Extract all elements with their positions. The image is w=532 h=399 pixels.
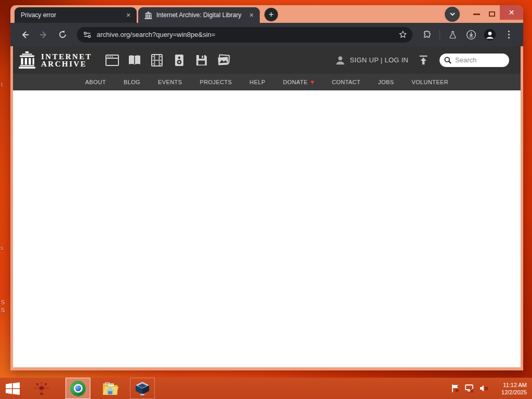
reload-button[interactable] xyxy=(55,28,70,42)
nav-label: BLOG xyxy=(124,79,140,85)
texts-icon[interactable] xyxy=(128,54,141,67)
desktop-icon-label-fragment: I xyxy=(1,82,3,88)
web-icon[interactable] xyxy=(105,54,119,67)
nav-label: HELP xyxy=(249,79,265,85)
nav-label: VOLUNTEER xyxy=(411,79,448,85)
nav-item-jobs[interactable]: JOBS xyxy=(378,79,394,85)
browser-toolbar: archive.org/search?query=win8pe&sin= xyxy=(10,23,523,46)
maximize-button[interactable] xyxy=(484,11,500,17)
internet-archive-logo[interactable] xyxy=(18,51,36,70)
virtualbox-icon xyxy=(135,381,150,396)
desktop-icon-label-fragment: s xyxy=(1,245,4,251)
tab-title: Privacy error xyxy=(21,11,120,19)
minimize-button[interactable] xyxy=(469,14,484,15)
tab-privacy-error[interactable]: Privacy error ✕ xyxy=(15,7,137,23)
internet-archive-favicon xyxy=(144,11,152,19)
ia-wordmark[interactable]: INTERNET ARCHIVE xyxy=(41,53,92,68)
search-icon xyxy=(444,56,452,64)
profile-icon[interactable] xyxy=(483,28,497,42)
tab-internet-archive[interactable]: Internet Archive: Digital Library ✕ xyxy=(138,7,260,23)
nav-label: EVENTS xyxy=(158,79,182,85)
nav-item-contact[interactable]: CONTACT xyxy=(332,79,361,85)
labs-flask-icon[interactable] xyxy=(445,28,460,42)
nav-item-volunteer[interactable]: VOLUNTEER xyxy=(411,79,448,85)
tab-search-button[interactable] xyxy=(445,7,460,22)
taskbar-app-file-explorer[interactable] xyxy=(98,378,123,399)
download-icon[interactable] xyxy=(464,28,478,42)
nav-label: ABOUT xyxy=(85,79,106,85)
desktop-icon-label-fragment: S xyxy=(1,299,5,305)
nav-label: PROJECTS xyxy=(200,79,232,85)
window-controls: ✕ xyxy=(445,5,523,23)
audio-icon[interactable] xyxy=(172,54,186,67)
ia-wordmark-line2: ARCHIVE xyxy=(41,60,92,68)
omnibox[interactable]: archive.org/search?query=win8pe&sin= xyxy=(77,27,413,43)
software-icon[interactable] xyxy=(195,54,208,67)
desktop-icon-label-fragment: S xyxy=(1,307,5,313)
extensions-icon[interactable] xyxy=(420,28,434,42)
nav-label: JOBS xyxy=(378,79,394,85)
clock-date: 12/2/2025 xyxy=(497,389,527,396)
heart-icon: ♥ xyxy=(310,78,314,86)
nav-item-projects[interactable]: PROJECTS xyxy=(200,79,232,85)
clock-time: 11:12 AM xyxy=(497,381,527,389)
start-button[interactable] xyxy=(0,378,25,399)
nav-item-help[interactable]: HELP xyxy=(249,79,265,85)
tab-title: Internet Archive: Digital Library xyxy=(156,11,243,19)
nav-item-blog[interactable]: BLOG xyxy=(124,79,140,85)
media-type-tabs xyxy=(105,54,231,67)
toolbar-separator xyxy=(440,30,440,39)
nav-item-about[interactable]: ABOUT xyxy=(85,79,106,85)
taskbar-app-red[interactable] xyxy=(29,378,54,399)
back-button[interactable] xyxy=(18,28,32,42)
user-icon xyxy=(335,55,346,66)
ia-wordmark-line1: INTERNET xyxy=(41,53,92,60)
file-explorer-icon xyxy=(102,381,118,396)
action-center-flag-icon[interactable] xyxy=(451,384,460,393)
network-disconnected-icon[interactable] xyxy=(464,384,474,393)
content-area xyxy=(13,90,521,367)
images-icon[interactable] xyxy=(217,54,231,67)
menu-kebab-icon[interactable] xyxy=(501,28,516,42)
taskbar-app-chromium[interactable] xyxy=(65,378,90,399)
ia-header: INTERNET ARCHIVE xyxy=(13,46,521,74)
search-input[interactable] xyxy=(455,56,503,64)
taskbar: 11:12 AM 12/2/2025 xyxy=(0,378,532,399)
tab-strip: Privacy error ✕ Internet Archive: Digita… xyxy=(10,5,523,23)
nav-label: DONATE xyxy=(283,79,308,85)
nav-item-events[interactable]: EVENTS xyxy=(158,79,182,85)
toolbar-right xyxy=(418,28,518,42)
new-tab-button[interactable]: + xyxy=(264,8,278,21)
tab-close-icon[interactable]: ✕ xyxy=(124,11,132,19)
url-text[interactable]: archive.org/search?query=win8pe&sin= xyxy=(97,31,398,38)
volume-muted-icon[interactable] xyxy=(479,384,489,393)
close-button[interactable]: ✕ xyxy=(500,5,523,20)
video-icon[interactable] xyxy=(150,54,164,67)
taskbar-clock[interactable]: 11:12 AM 12/2/2025 xyxy=(497,381,527,396)
tab-close-icon[interactable]: ✕ xyxy=(247,11,256,19)
nav-item-donate[interactable]: DONATE♥ xyxy=(283,78,314,86)
upload-icon[interactable] xyxy=(418,55,429,66)
browser-window: Privacy error ✕ Internet Archive: Digita… xyxy=(10,5,523,370)
chromium-icon xyxy=(70,381,86,396)
forward-button[interactable] xyxy=(36,28,51,42)
page-content: INTERNET ARCHIVE xyxy=(10,46,523,370)
taskbar-app-virtualbox[interactable] xyxy=(130,378,155,399)
ia-nav: ABOUT BLOG EVENTS PROJECTS HELP DONATE♥ … xyxy=(13,74,521,90)
chevron-down-icon xyxy=(449,11,456,17)
site-info-icon[interactable] xyxy=(83,31,91,38)
red-app-icon xyxy=(34,381,49,396)
bookmark-star-icon[interactable] xyxy=(398,30,407,39)
windows-logo-icon xyxy=(6,382,20,395)
system-tray: 11:12 AM 12/2/2025 xyxy=(451,381,532,396)
auth-area: SIGN UP | LOG IN xyxy=(335,55,408,66)
close-icon: ✕ xyxy=(509,8,515,17)
signup-login-link[interactable]: SIGN UP | LOG IN xyxy=(350,56,408,64)
ia-search-box[interactable] xyxy=(440,54,509,67)
nav-label: CONTACT xyxy=(332,79,361,85)
